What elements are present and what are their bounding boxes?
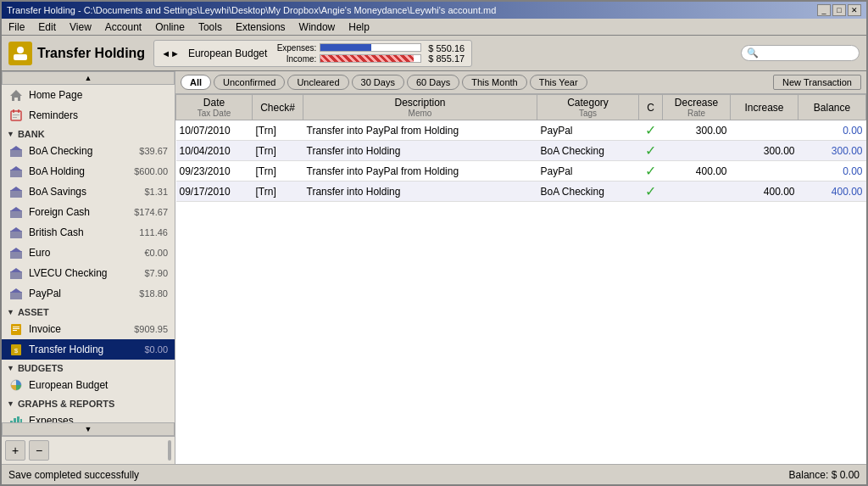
- boa-checking-amount: $39.67: [139, 146, 168, 156]
- status-message: Save completed successfully: [8, 469, 789, 481]
- svg-marker-13: [10, 187, 22, 191]
- cell-increase-2: [731, 161, 798, 182]
- sidebar-item-boa-holding[interactable]: BoA Holding $600.00: [2, 161, 175, 182]
- menu-extensions[interactable]: Extensions: [232, 20, 289, 34]
- header-cleared[interactable]: C: [639, 95, 663, 120]
- header-check[interactable]: Check#: [253, 95, 303, 120]
- budgets-label: BUDGETS: [18, 363, 64, 373]
- menu-account[interactable]: Account: [102, 20, 145, 34]
- svg-rect-20: [10, 271, 22, 279]
- header-date[interactable]: Date Tax Date: [176, 95, 253, 120]
- menu-edit[interactable]: Edit: [35, 20, 59, 34]
- table-row[interactable]: 10/07/2010 [Trn] Transfer into PayPal fr…: [176, 120, 866, 141]
- svg-text:$: $: [14, 347, 19, 355]
- european-budget-label: European Budget: [29, 379, 168, 391]
- svg-rect-16: [10, 231, 22, 238]
- bank-label: BANK: [18, 129, 45, 139]
- expenses-label: Expenses: [29, 415, 168, 422]
- transfer-holding-label: Transfer Holding: [29, 344, 139, 355]
- header-decrease[interactable]: Decrease Rate: [663, 95, 731, 120]
- table-row[interactable]: 09/23/2010 [Trn] Transfer into PayPal fr…: [176, 161, 866, 182]
- cell-date-3: 09/17/2010: [176, 182, 253, 202]
- reminders-icon: [8, 108, 24, 123]
- sidebar-item-paypal[interactable]: PayPal $18.80: [2, 283, 175, 304]
- sidebar-item-british-cash[interactable]: British Cash 111.46: [2, 222, 175, 243]
- sidebar-item-lvecu-checking[interactable]: LVECU Checking $7.90: [2, 263, 175, 283]
- sidebar-item-boa-checking[interactable]: BoA Checking $39.67: [2, 141, 175, 161]
- minimize-button[interactable]: _: [817, 4, 831, 16]
- menu-tools[interactable]: Tools: [195, 20, 225, 34]
- tab-uncleared[interactable]: Uncleared: [287, 75, 348, 90]
- svg-rect-25: [13, 327, 19, 327]
- header-description[interactable]: Description Memo: [303, 95, 537, 120]
- menu-view[interactable]: View: [66, 20, 95, 34]
- budget-widget[interactable]: ◄► European Budget Expenses: Income: $: [153, 40, 472, 67]
- svg-marker-21: [10, 268, 22, 272]
- menu-file[interactable]: File: [5, 20, 28, 34]
- sidebar-section-budgets[interactable]: ▼ BUDGETS: [2, 360, 175, 375]
- cell-balance-3: 400.00: [798, 182, 866, 202]
- sidebar-scroll-up[interactable]: ▲: [2, 71, 175, 85]
- cell-cleared-3: ✓: [639, 182, 663, 202]
- svg-rect-24: [11, 324, 21, 335]
- tab-this-year[interactable]: This Year: [530, 75, 587, 90]
- sidebar-item-boa-savings[interactable]: BoA Savings $1.31: [2, 182, 175, 202]
- graphs-arrow: ▼: [7, 399, 14, 408]
- cell-balance-1: 300.00: [798, 141, 866, 161]
- header-category[interactable]: Category Tags: [537, 95, 639, 120]
- menu-help[interactable]: Help: [345, 20, 373, 34]
- toolbar: Transfer Holding ◄► European Budget Expe…: [2, 36, 866, 71]
- cell-decrease-1: [663, 141, 731, 161]
- new-transaction-button[interactable]: New Transaction: [773, 75, 861, 90]
- cell-desc-1: Transfer into Holding: [303, 141, 537, 161]
- euro-amount: €0.00: [144, 248, 168, 258]
- sidebar-section-asset[interactable]: ▼ ASSET: [2, 304, 175, 319]
- tab-this-month[interactable]: This Month: [462, 75, 526, 90]
- sidebar-section-bank[interactable]: ▼ BANK: [2, 126, 175, 141]
- header-balance[interactable]: Balance: [798, 95, 866, 120]
- sidebar-item-transfer-holding[interactable]: $ Transfer Holding $0.00: [2, 339, 175, 360]
- menu-window[interactable]: Window: [296, 20, 339, 34]
- cell-check-1: [Trn]: [253, 141, 303, 161]
- svg-point-0: [17, 47, 24, 53]
- svg-marker-23: [10, 288, 22, 293]
- menu-online[interactable]: Online: [152, 20, 188, 34]
- tab-unconfirmed[interactable]: Unconfirmed: [214, 75, 285, 90]
- tab-60days[interactable]: 60 Days: [407, 75, 459, 90]
- sidebar-scroll-down[interactable]: ▼: [2, 422, 175, 436]
- tab-all[interactable]: All: [181, 75, 211, 90]
- search-input[interactable]: [762, 48, 847, 59]
- transaction-table-container: Date Tax Date Check# Description Mem: [175, 94, 866, 464]
- tab-30days[interactable]: 30 Days: [352, 75, 404, 90]
- add-account-button[interactable]: +: [5, 440, 25, 461]
- close-button[interactable]: ✕: [848, 4, 861, 16]
- maximize-button[interactable]: □: [832, 4, 846, 16]
- search-icon: 🔍: [747, 47, 759, 59]
- sidebar-drag-handle[interactable]: [168, 440, 171, 461]
- sidebar-item-reminders[interactable]: Reminders: [2, 105, 175, 126]
- header-increase[interactable]: Increase: [731, 95, 798, 120]
- table-row[interactable]: 10/04/2010 [Trn] Transfer into Holding B…: [176, 141, 866, 161]
- svg-rect-6: [13, 115, 19, 115]
- remove-account-button[interactable]: −: [29, 440, 49, 461]
- sidebar-scroll: Home Page Reminders ▼ BANK: [2, 85, 175, 422]
- cell-decrease-2: 400.00: [663, 161, 731, 182]
- bank-icon-lvecu: [8, 265, 24, 281]
- sidebar-item-expenses[interactable]: Expenses: [2, 411, 175, 422]
- bank-icon-euro: [8, 245, 24, 260]
- sidebar-item-foreign-cash[interactable]: Foreign Cash $174.67: [2, 202, 175, 222]
- sidebar-item-home[interactable]: Home Page: [2, 85, 175, 105]
- invoice-amount: $909.95: [134, 324, 168, 334]
- svg-marker-15: [10, 207, 22, 211]
- search-box[interactable]: 🔍: [741, 45, 860, 61]
- svg-marker-9: [10, 146, 22, 150]
- cell-decrease-3: [663, 182, 731, 202]
- table-row[interactable]: 09/17/2010 [Trn] Transfer into Holding B…: [176, 182, 866, 202]
- sidebar-item-european-budget[interactable]: European Budget: [2, 375, 175, 395]
- sidebar-item-euro[interactable]: Euro €0.00: [2, 243, 175, 263]
- sidebar-section-graphs[interactable]: ▼ GRAPHS & REPORTS: [2, 395, 175, 411]
- svg-rect-22: [10, 292, 22, 299]
- expenses-bar: [320, 44, 371, 51]
- sidebar-item-invoice[interactable]: Invoice $909.95: [2, 319, 175, 339]
- cell-date-0: 10/07/2010: [176, 120, 253, 141]
